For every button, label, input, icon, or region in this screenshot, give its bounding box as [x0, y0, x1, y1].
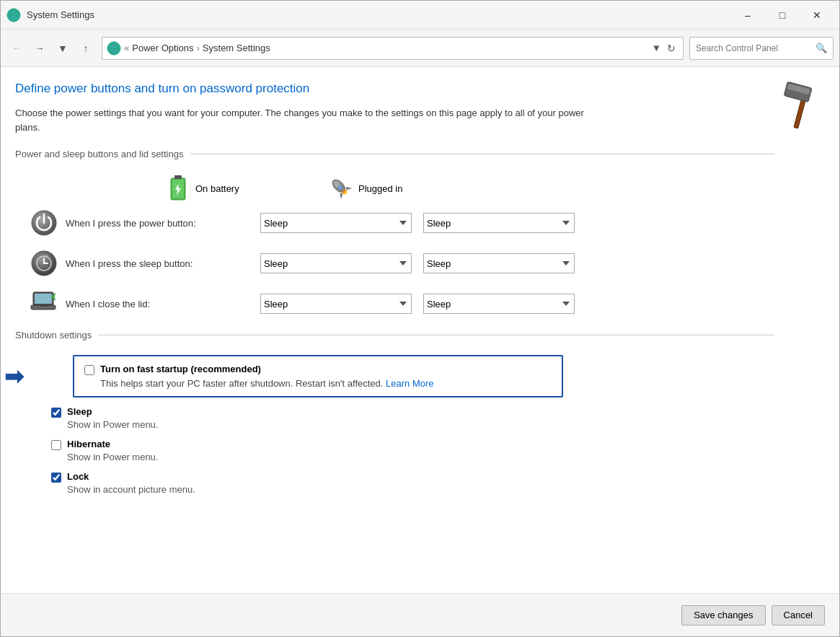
sleep-checkbox-row: Sleep: [51, 406, 774, 418]
svg-text:Z: Z: [45, 254, 48, 258]
lock-option: Lock Show in account picture menu.: [51, 471, 774, 495]
close-button[interactable]: ✕: [800, 4, 834, 27]
lid-battery-select[interactable]: Do nothing Sleep Hibernate Shut down: [260, 294, 412, 314]
main-content: Define power buttons and turn on passwor…: [15, 82, 774, 579]
refresh-button[interactable]: ↻: [664, 43, 678, 54]
lid-dropdowns: Do nothing Sleep Hibernate Shut down Do …: [260, 294, 575, 314]
lock-option-label[interactable]: Lock: [67, 471, 89, 482]
fast-startup-description: This helps start your PC faster after sh…: [100, 378, 552, 389]
page-heading: Define power buttons and turn on passwor…: [15, 82, 774, 96]
section2-divider: Shutdown settings: [15, 330, 774, 341]
search-input[interactable]: [696, 43, 815, 53]
hibernate-checkbox[interactable]: [51, 440, 61, 450]
window-title: System Settings: [27, 9, 731, 20]
fast-startup-wrapper: ➡ Turn on fast startup (recommended) Thi…: [37, 355, 774, 397]
fast-startup-box: Turn on fast startup (recommended) This …: [73, 355, 563, 397]
svg-rect-27: [40, 304, 47, 307]
fast-startup-checkbox[interactable]: [84, 365, 94, 375]
page-description: Choose the power settings that you want …: [15, 106, 606, 134]
sleep-checkbox[interactable]: [51, 408, 61, 418]
breadcrumb: « Power Options › System Settings: [124, 43, 649, 53]
sleep-option-label[interactable]: Sleep: [67, 406, 92, 417]
address-dropdown-button[interactable]: ▼: [649, 43, 664, 53]
side-image: [774, 82, 818, 579]
hibernate-checkbox-row: Hibernate: [51, 439, 774, 450]
lock-checkbox-row: Lock: [51, 471, 774, 483]
search-bar: 🔍: [689, 37, 834, 60]
arrow-indicator: ➡: [4, 363, 24, 390]
rocket-icon: [330, 174, 353, 203]
breadcrumb-system-settings: System Settings: [203, 43, 270, 53]
sleep-option: Sleep Show in Power menu.: [51, 406, 774, 430]
lid-row: When I close the lid: Do nothing Sleep H…: [30, 289, 774, 318]
window-controls: – □ ✕: [731, 4, 834, 27]
hammer-icon: [782, 82, 818, 132]
lock-option-desc: Show in account picture menu.: [67, 484, 774, 495]
forward-button[interactable]: →: [30, 38, 50, 58]
save-changes-button[interactable]: Save changes: [681, 605, 765, 625]
power-button-dropdowns: Do nothing Sleep Hibernate Shut down Tur…: [260, 213, 575, 233]
search-icon: 🔍: [815, 43, 827, 53]
dropdown-history-button[interactable]: ▼: [53, 38, 73, 58]
section2-label: Shutdown settings: [15, 330, 92, 341]
sleep-button-row: z Z When I press the sleep button: Do no…: [30, 249, 774, 278]
lid-icon: [30, 289, 58, 318]
section1-divider: Power and sleep buttons and lid settings: [15, 149, 774, 159]
power-button-battery-select[interactable]: Do nothing Sleep Hibernate Shut down Tur…: [260, 213, 412, 233]
divider-line-1: [190, 154, 774, 154]
section1-label: Power and sleep buttons and lid settings: [15, 149, 183, 159]
bottom-bar: Save changes Cancel: [1, 593, 839, 636]
power-button-pluggedin-select[interactable]: Do nothing Sleep Hibernate Shut down Tur…: [423, 213, 575, 233]
breadcrumb-arrow: ›: [197, 43, 200, 53]
col-pluggedin-label: Plugged in: [358, 183, 402, 194]
fast-startup-checkbox-row: Turn on fast startup (recommended): [84, 364, 552, 375]
maximize-button[interactable]: □: [766, 4, 799, 27]
navbar: ← → ▼ ↑ « Power Options › System Setting…: [1, 30, 839, 67]
fast-startup-label[interactable]: Turn on fast startup (recommended): [100, 364, 261, 374]
col-header-battery: On battery: [167, 174, 325, 203]
learn-more-link[interactable]: Learn More: [386, 378, 433, 389]
breadcrumb-separator: «: [124, 43, 129, 53]
hibernate-option-desc: Show in Power menu.: [67, 452, 774, 462]
sleep-button-label: When I press the sleep button:: [66, 258, 260, 269]
sleep-button-pluggedin-select[interactable]: Do nothing Sleep Hibernate Shut down: [423, 253, 575, 273]
back-button[interactable]: ←: [6, 38, 27, 58]
power-button-icon: [30, 208, 58, 237]
divider-line-2: [99, 335, 774, 335]
titlebar: System Settings – □ ✕: [1, 1, 839, 30]
sleep-option-desc: Show in Power menu.: [67, 419, 774, 430]
power-button-row: When I press the power button: Do nothin…: [30, 208, 774, 237]
hibernate-option-label[interactable]: Hibernate: [67, 439, 110, 449]
power-button-label: When I press the power button:: [66, 218, 260, 229]
col-header-pluggedin: Plugged in: [330, 174, 488, 203]
svg-rect-7: [174, 175, 182, 179]
lock-checkbox[interactable]: [51, 473, 61, 483]
sleep-button-battery-select[interactable]: Do nothing Sleep Hibernate Shut down: [260, 253, 412, 273]
svg-rect-28: [794, 100, 805, 128]
sleep-button-dropdowns: Do nothing Sleep Hibernate Shut down Do …: [260, 253, 575, 273]
globe-icon: [107, 41, 121, 56]
battery-icon: [167, 174, 190, 203]
svg-rect-25: [35, 294, 52, 304]
minimize-button[interactable]: –: [731, 4, 764, 27]
content-area: Define power buttons and turn on passwor…: [1, 67, 839, 593]
lid-label: When I close the lid:: [66, 299, 260, 309]
column-headers: On battery: [167, 174, 774, 203]
address-bar: « Power Options › System Settings ▼ ↻: [102, 37, 684, 60]
cancel-button[interactable]: Cancel: [772, 605, 825, 625]
sleep-button-icon: z Z: [30, 249, 58, 278]
lid-pluggedin-select[interactable]: Do nothing Sleep Hibernate Shut down: [423, 294, 575, 314]
up-button[interactable]: ↑: [76, 38, 96, 58]
breadcrumb-power-options[interactable]: Power Options: [132, 43, 193, 53]
col-battery-label: On battery: [195, 183, 239, 194]
hibernate-option: Hibernate Show in Power menu.: [51, 439, 774, 462]
window-icon: [6, 8, 21, 22]
